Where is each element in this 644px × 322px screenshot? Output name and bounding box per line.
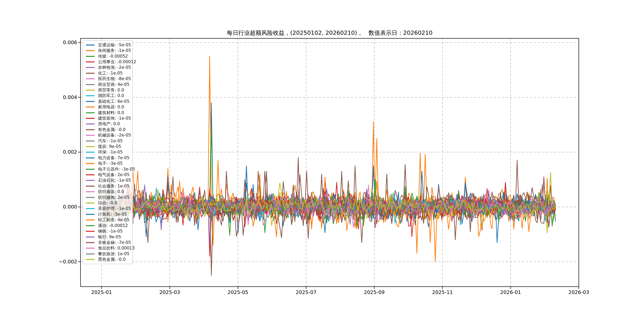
legend-item: 餐饮旅游: 1e-05 — [83, 251, 132, 256]
legend-item: 非银金融: -7e-05 — [83, 240, 132, 245]
legend-swatch — [86, 197, 94, 198]
x-tick-label: 2025-05 — [220, 290, 256, 295]
y-tick-label: −0.002 — [34, 258, 77, 265]
series-lines — [103, 56, 556, 276]
x-tick-label: 2025-09 — [356, 290, 392, 295]
legend-item: 煤炭: 9e-05 — [83, 144, 132, 149]
legend-label: 家用电器: 0.0 — [98, 105, 124, 109]
legend-item: 农林牧渔: -2e-05 — [83, 65, 132, 70]
x-tick-label: 2026-01 — [493, 290, 528, 295]
legend-label: 建筑装饰: -1e-05 — [98, 116, 131, 120]
legend-label: 汽车: -1e-05 — [98, 139, 123, 143]
x-tick-label: 2026-03 — [561, 290, 597, 295]
legend-swatch — [86, 106, 94, 108]
legend-swatch — [86, 112, 94, 113]
legend-swatch — [86, 180, 94, 181]
legend-swatch — [86, 50, 94, 51]
legend-item: 商贸零售: 0.0 — [83, 87, 132, 93]
legend-swatch — [86, 225, 94, 226]
legend-swatch — [86, 95, 94, 96]
y-tick-label: 0.004 — [34, 94, 77, 100]
legend-swatch — [86, 220, 94, 220]
legend-label: 美容护理: -1e-05 — [98, 206, 131, 211]
legend-swatch — [86, 208, 94, 209]
legend-swatch — [86, 135, 94, 136]
legend-swatch — [86, 78, 94, 79]
legend-label: 医药生物: -8e-05 — [98, 77, 131, 81]
legend-label: 电力设备: 7e-05 — [98, 156, 130, 160]
legend-item: 传媒: -0.00052 — [83, 54, 132, 59]
legend-label: 电子: -3e-05 — [98, 162, 123, 166]
legend-label: 通信: -0.00012 — [98, 224, 128, 228]
legend-swatch — [86, 259, 94, 260]
legend-label: 传媒: -0.00052 — [98, 54, 128, 58]
legend-label: 钢铁: -1e-05 — [98, 229, 123, 233]
legend-label: 有色金属: -0.0 — [98, 128, 126, 132]
legend-label: 休闲服务: -1e-05 — [98, 48, 131, 53]
legend-item: 通信: -0.00012 — [83, 223, 132, 228]
legend-item: 钢铁: -1e-05 — [83, 228, 132, 234]
legend-swatch — [86, 242, 94, 243]
legend-item: 建筑装饰: -1e-05 — [83, 116, 132, 121]
legend-item: 美容护理: -1e-05 — [83, 206, 132, 212]
legend-item: 休闲服务: -1e-05 — [83, 48, 132, 53]
legend-label: 农林牧渔: -2e-05 — [98, 66, 131, 70]
legend-swatch — [86, 236, 94, 238]
legend-label: 纺织服装: 0.0 — [98, 190, 124, 194]
legend-swatch — [86, 186, 94, 187]
legend-label: 电子元器件: -3e-05 — [98, 167, 135, 171]
gridlines — [80, 38, 579, 286]
legend-label: 商贸零售: 0.0 — [98, 88, 124, 92]
legend-label: 公用事业: -0.00012 — [98, 60, 136, 64]
legend-swatch — [86, 101, 94, 102]
legend-swatch — [86, 140, 94, 142]
legend-item: 银行: 9e-05 — [83, 234, 132, 240]
legend-item: 医药生物: -8e-05 — [83, 76, 132, 82]
legend-item: 综合: -0.0 — [83, 200, 132, 206]
legend-item: 纺织服装: 0.0 — [83, 189, 132, 194]
legend-swatch — [86, 129, 94, 130]
legend-swatch — [86, 248, 94, 249]
legend-swatch — [86, 254, 94, 254]
figure: 每日行业超额风险收益，(20250102, 20260210)， 数值表示日：2… — [0, 0, 644, 322]
legend-swatch — [86, 169, 94, 170]
legend-label: 环保: -1e-05 — [98, 150, 123, 154]
x-tick-label: 2025-11 — [424, 290, 460, 295]
legend-label: 机械设备: -2e-05 — [98, 133, 131, 137]
y-tick-label: 0.006 — [34, 39, 77, 46]
legend-label: 非银金融: -7e-05 — [98, 240, 131, 245]
legend-swatch — [86, 158, 94, 158]
legend-label: 综合: -0.0 — [98, 201, 117, 205]
legend-swatch — [86, 73, 94, 74]
legend-label: 银行: 9e-05 — [98, 235, 121, 239]
legend-item: 机械设备: -2e-05 — [83, 132, 132, 138]
legend-swatch — [86, 174, 94, 175]
x-tick-label: 2025-03 — [152, 290, 188, 295]
legend-label: 基础化工: 6e-05 — [98, 100, 130, 104]
legend-item: 公用事业: -0.00012 — [83, 59, 132, 64]
y-tick-label: 0.002 — [34, 149, 77, 155]
legend-swatch — [86, 124, 94, 124]
legend-item: 社会服务: 1e-05 — [83, 183, 132, 189]
legend-swatch — [86, 67, 94, 68]
legend-label: 食品饮料: 0.00013 — [98, 246, 135, 250]
legend-item: 化工: -1e-05 — [83, 70, 132, 76]
legend-item: 电力设备: 7e-05 — [83, 155, 132, 160]
legend-item: 有色金属: -0.0 — [83, 127, 132, 132]
legend-label: 石油石化: -1e-05 — [98, 178, 131, 182]
legend-swatch — [86, 191, 94, 192]
axes — [78, 38, 579, 289]
legend-swatch — [86, 231, 94, 232]
legend-item: 商业贸易: 4e-05 — [83, 82, 132, 87]
legend-item: 房地产: 0.0 — [83, 121, 132, 127]
legend-swatch — [86, 163, 94, 164]
legend-label: 纺织服饰: 2e-05 — [98, 196, 130, 200]
legend-item: 黑色金属: -0.0 — [83, 256, 132, 262]
legend-item: 国防军工: 0.0 — [83, 93, 132, 98]
y-tick-label: 0.000 — [34, 204, 77, 210]
legend-swatch — [86, 146, 94, 147]
legend-item: 电子元器件: -3e-05 — [83, 166, 132, 172]
legend-label: 餐饮旅游: 1e-05 — [98, 252, 130, 256]
legend-swatch — [86, 56, 94, 57]
legend-item: 计算机: -3e-05 — [83, 212, 132, 217]
